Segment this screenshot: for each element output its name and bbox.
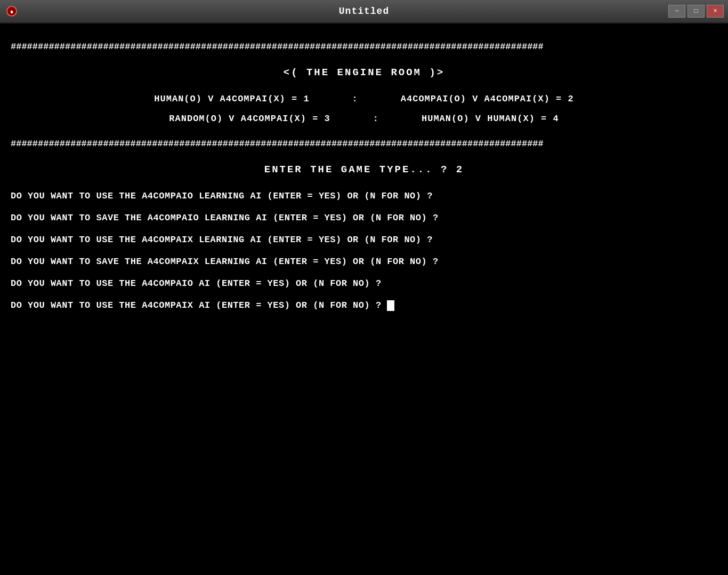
menu-row-1: HUMAN(O) V A4COMPAI(X) = 1 : A4COMPAI(O)… — [154, 92, 573, 106]
text-cursor — [387, 300, 394, 311]
title-bar: ♦ Untitled − □ × — [0, 0, 728, 23]
menu-row-2: RANDOM(O) V A4COMPAI(X) = 3 : HUMAN(O) V… — [169, 111, 559, 126]
question-line-3: DO YOU WANT TO USE THE A4COMPAIX LEARNIN… — [11, 233, 717, 247]
terminal-window: ########################################… — [0, 23, 728, 575]
engine-room-title: <( THE ENGINE ROOM )> — [11, 65, 717, 81]
question-line-1: DO YOU WANT TO USE THE A4COMPAIO LEARNIN… — [11, 189, 717, 203]
menu-item-4: HUMAN(O) V HUMAN(X) = 4 — [422, 111, 559, 126]
question-line-6: DO YOU WANT TO USE THE A4COMPAIX AI (ENT… — [11, 298, 717, 313]
menu-separator-2: : — [373, 111, 379, 126]
close-button[interactable]: × — [707, 5, 724, 18]
question-line-2: DO YOU WANT TO SAVE THE A4COMPAIO LEARNI… — [11, 211, 717, 225]
last-question-text: DO YOU WANT TO USE THE A4COMPAIX AI (ENT… — [11, 300, 387, 310]
hash-line-bottom: ########################################… — [11, 137, 717, 151]
maximize-button[interactable]: □ — [687, 5, 705, 18]
hash-line-top: ########################################… — [11, 39, 717, 54]
game-type-prompt: ENTER THE GAME TYPE... ? 2 — [11, 162, 717, 178]
window-controls[interactable]: − □ × — [668, 5, 724, 18]
minimize-button[interactable]: − — [668, 5, 685, 18]
menu-grid: HUMAN(O) V A4COMPAI(X) = 1 : A4COMPAI(O)… — [11, 92, 717, 126]
menu-separator-1: : — [352, 92, 358, 106]
menu-item-1: HUMAN(O) V A4COMPAI(X) = 1 — [154, 92, 309, 106]
svg-text:♦: ♦ — [10, 9, 13, 16]
window-title: Untitled — [339, 6, 389, 17]
menu-item-3: RANDOM(O) V A4COMPAI(X) = 3 — [169, 111, 330, 126]
menu-item-2: A4COMPAI(O) V A4COMPAI(X) = 2 — [401, 92, 574, 106]
app-icon: ♦ — [5, 5, 18, 18]
question-line-4: DO YOU WANT TO SAVE THE A4COMPAIX LEARNI… — [11, 254, 717, 269]
question-line-5: DO YOU WANT TO USE THE A4COMPAIO AI (ENT… — [11, 276, 717, 291]
